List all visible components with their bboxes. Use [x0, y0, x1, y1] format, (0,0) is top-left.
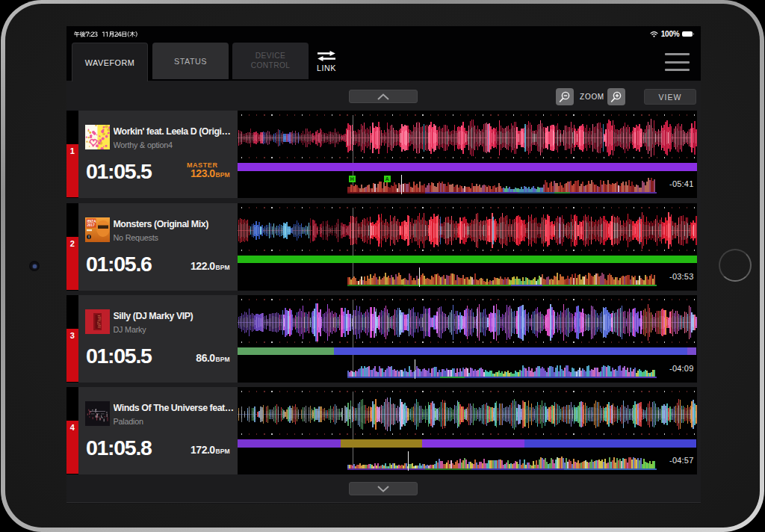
album-art [85, 401, 110, 426]
bpm-block: MASTER 172.0BPM [148, 438, 230, 457]
album-art: IBIZA2017! [85, 217, 110, 242]
status-bar-clock [74, 29, 156, 40]
tab-device-control[interactable]: DEVICE CONTROL [232, 43, 309, 79]
chevron-down-icon [377, 486, 390, 492]
view-button-label: VIEW [658, 93, 681, 102]
track-progress-bar [238, 256, 697, 264]
track-artist: Paladion [114, 417, 239, 426]
chevron-up-icon [377, 93, 390, 100]
deck-number: 2 [70, 239, 75, 248]
tab-link-label: LINK [317, 64, 336, 72]
bpm-readout: 172.0BPM [148, 445, 230, 457]
track-title: Monsters (Original Mix) [114, 219, 239, 229]
deck-row: 3 Silly (DJ Marky VIP) DJ Marky 01:05.5 … [66, 295, 696, 383]
camera-lens-dot [33, 265, 37, 268]
track-title: Winds Of The Universe feat… [114, 403, 239, 413]
deck-number: 1 [70, 146, 75, 155]
track-title: Workin' feat. Leela D (Origi… [114, 126, 239, 137]
bpm-unit: BPM [216, 356, 230, 363]
album-art [85, 125, 110, 149]
track-progress-bar [238, 163, 697, 171]
remaining-time: -04:09 [669, 364, 693, 373]
home-button[interactable] [719, 249, 752, 282]
master-badge: MASTER [148, 161, 230, 168]
tab-status-label: STATUS [174, 57, 207, 66]
zoom-out-button[interactable] [556, 88, 574, 105]
ipad-frame: 100% WAVEFORM STATUS DEVICE CONTROL LINK [1, 0, 764, 532]
bpm-readout: 123.0BPM [148, 168, 230, 180]
deck-number-tab[interactable]: 1 [66, 144, 78, 197]
overview-waveform[interactable] [347, 451, 657, 473]
overview-waveform[interactable]: HA [347, 175, 657, 197]
deck-number-tab[interactable]: 2 [66, 237, 78, 290]
deck-row: 2 IBIZA2017! Monsters (Original Mix) No … [66, 203, 696, 291]
svg-text:2017: 2017 [87, 223, 96, 227]
magnifier-plus-icon [610, 91, 622, 103]
bpm-readout: 86.0BPM [148, 353, 230, 365]
menu-icon[interactable] [665, 53, 690, 71]
overview-waveform[interactable] [347, 267, 657, 289]
bpm-block: MASTER 86.0BPM [148, 346, 230, 365]
bpm-unit: BPM [216, 264, 230, 271]
bpm-unit: BPM [216, 171, 230, 179]
deck-info-panel[interactable]: Silly (DJ Marky VIP) DJ Marky 01:05.5 MA… [78, 295, 238, 383]
track-artist: Worthy & option4 [114, 140, 239, 149]
tab-waveform[interactable]: WAVEFORM [72, 43, 148, 81]
deck-row: 1 Workin' feat. Leela D (Origi… Worthy &… [66, 111, 696, 198]
track-progress-bar [238, 439, 697, 448]
status-bar-right: 100% [650, 29, 693, 39]
elapsed-time: 01:05.5 [86, 161, 152, 182]
deck-number-tab[interactable]: 3 [66, 329, 78, 382]
wifi-icon [650, 31, 658, 37]
elapsed-time: 01:05.5 [86, 345, 152, 366]
remaining-time: -04:57 [669, 456, 693, 465]
zoom-label: ZOOM [577, 88, 607, 105]
deck-info-panel[interactable]: Winds Of The Universe feat… Paladion 01:… [78, 387, 238, 474]
svg-text:H: H [350, 176, 354, 182]
waveform-display[interactable]: -04:57 [238, 387, 697, 474]
bpm-unit: BPM [216, 448, 230, 455]
album-art [85, 309, 110, 334]
waveform-display[interactable]: -03:53 [238, 203, 697, 291]
track-progress-bar [238, 347, 697, 356]
tab-link[interactable]: LINK [309, 43, 344, 79]
magnifier-minus-icon [559, 91, 571, 103]
front-camera [29, 261, 40, 271]
battery-icon [682, 31, 693, 37]
bpm-value: 123.0 [191, 167, 215, 179]
remaining-time: -05:41 [669, 179, 693, 188]
bpm-value: 172.0 [191, 444, 215, 456]
tab-waveform-label: WAVEFORM [85, 58, 134, 67]
elapsed-time: 01:05.6 [86, 253, 152, 274]
deck-info-panel[interactable]: IBIZA2017! Monsters (Original Mix) No Re… [78, 203, 238, 291]
deck-number-tab[interactable]: 4 [66, 421, 78, 474]
zoom-in-button[interactable] [607, 88, 625, 105]
track-artist: DJ Marky [114, 325, 239, 334]
collapse-up-button[interactable] [349, 90, 418, 103]
bpm-block: MASTER 122.0BPM [148, 254, 230, 273]
deck-number: 4 [70, 423, 75, 432]
overview-waveform[interactable] [347, 359, 657, 381]
bpm-block: MASTER 123.0BPM [148, 161, 230, 180]
remaining-time: -03:53 [669, 272, 693, 281]
collapse-down-button[interactable] [349, 482, 418, 495]
track-title: Silly (DJ Marky VIP) [114, 311, 239, 321]
bottom-divider [66, 502, 701, 504]
tab-status[interactable]: STATUS [152, 43, 229, 79]
elapsed-time: 01:05.8 [86, 437, 152, 458]
bpm-readout: 122.0BPM [148, 261, 230, 273]
menu-bar [665, 53, 690, 55]
deck-number: 3 [70, 331, 75, 340]
menu-bar [665, 61, 690, 64]
link-sync-icon [317, 50, 336, 62]
waveform-display[interactable]: -04:09 [238, 295, 697, 383]
svg-text:A: A [385, 176, 389, 182]
track-artist: No Requests [114, 233, 239, 242]
deck-row: 4 Winds Of The Universe feat… Paladion 0… [66, 387, 696, 474]
menu-bar [665, 69, 690, 71]
bpm-value: 122.0 [191, 260, 215, 272]
waveform-display[interactable]: HA -05:41 [238, 111, 697, 198]
bpm-value: 86.0 [196, 352, 214, 364]
view-button[interactable]: VIEW [644, 89, 696, 105]
deck-info-panel[interactable]: Workin' feat. Leela D (Origi… Worthy & o… [78, 111, 238, 198]
